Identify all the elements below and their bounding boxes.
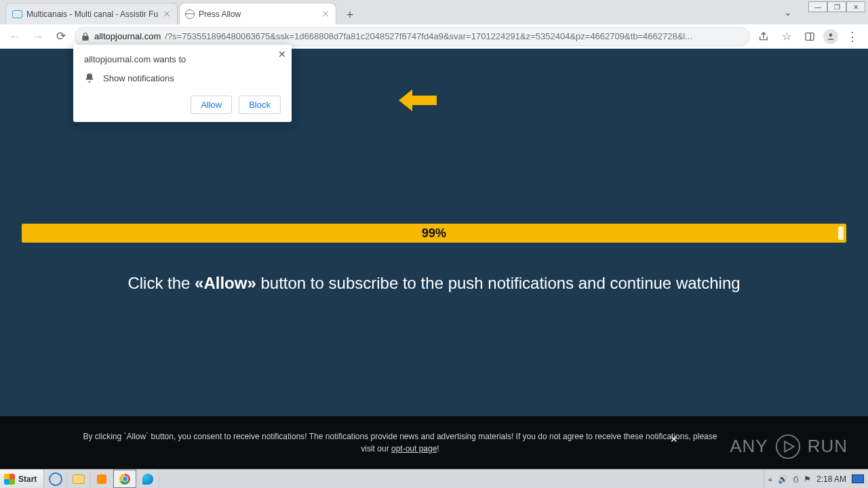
side-panel-button[interactable] (800, 27, 819, 46)
back-button[interactable]: ← (5, 27, 24, 46)
window-close-button[interactable]: ✕ (846, 1, 865, 12)
taskbar-ie-icon[interactable] (44, 470, 67, 488)
taskbar-explorer-icon[interactable] (67, 470, 90, 488)
forward-button[interactable]: → (28, 27, 47, 46)
url-path: /?s=753551896480063675&ssk=1d668808d7fa8… (165, 31, 744, 41)
prompt-pre: Click the (127, 274, 195, 292)
tab-1-title: Multicanais - Multi canal - Assistir Fu (26, 9, 158, 19)
progress-bar: 99% (22, 224, 846, 243)
taskbar-media-icon[interactable] (90, 470, 113, 488)
svg-rect-0 (806, 33, 814, 40)
tray-expand-icon[interactable]: « (768, 475, 772, 483)
prompt-text: Click the «Allow» button to subscribe to… (22, 274, 846, 293)
taskbar-pinned (44, 470, 159, 488)
svg-point-2 (829, 33, 833, 37)
prompt-post: button to subscribe to the push notifica… (256, 274, 741, 292)
start-label: Start (18, 474, 37, 484)
share-button[interactable] (754, 27, 773, 46)
play-icon (775, 434, 801, 460)
tab-2[interactable]: Press Allow (179, 3, 336, 24)
bell-icon (84, 73, 95, 83)
bookmark-button[interactable]: ☆ (777, 27, 796, 46)
window-buttons: — ❐ ✕ (808, 1, 865, 12)
address-bar[interactable]: alltopjournal.com /?s=753551896480063675… (75, 27, 750, 46)
url-host: alltopjournal.com (94, 31, 161, 41)
tray-clock[interactable]: 2:18 AM (816, 474, 846, 484)
notification-permission-dialog: ✕ alltopjournal.com wants to Show notifi… (73, 45, 292, 122)
consent-close-icon[interactable]: ✕ (670, 432, 678, 447)
reload-button[interactable]: ⟳ (52, 27, 71, 46)
taskbar: Start « 🔊 ⎙ ⚑ 2:18 AM (0, 469, 868, 488)
progress-container: 99% Click the «Allow» button to subscrib… (22, 224, 846, 293)
tabs-dropdown-icon[interactable]: ⌄ (784, 7, 792, 18)
menu-button[interactable]: ⋮ (842, 29, 863, 44)
prompt-allow: «Allow» (195, 274, 256, 292)
tray-monitor-icon[interactable] (852, 474, 864, 483)
new-tab-button[interactable]: + (340, 5, 359, 24)
pointing-arrow-icon (399, 89, 437, 111)
allow-button[interactable]: Allow (191, 96, 232, 114)
start-button[interactable]: Start (0, 470, 44, 488)
tab-1-favicon (12, 9, 22, 20)
tab-2-favicon (185, 9, 195, 19)
svg-point-3 (776, 434, 800, 458)
watermark-a: ANY (730, 433, 768, 460)
watermark-b: RUN (808, 433, 848, 460)
permission-close-icon[interactable]: ✕ (278, 49, 286, 60)
taskbar-edge-icon[interactable] (136, 470, 159, 488)
block-button[interactable]: Block (239, 96, 281, 114)
tray-flag-icon[interactable]: ⚑ (804, 474, 811, 484)
tab-1-close-icon[interactable] (162, 9, 172, 19)
lock-icon (81, 32, 90, 41)
tab-1[interactable]: Multicanais - Multi canal - Assistir Fu (5, 3, 178, 24)
progress-value: 99% (422, 226, 446, 241)
window-minimize-button[interactable]: — (808, 1, 827, 12)
windows-logo-icon (4, 474, 15, 485)
permission-origin: alltopjournal.com wants to (84, 54, 281, 64)
opt-out-link[interactable]: opt-out page (391, 444, 437, 453)
system-tray: « 🔊 ⎙ ⚑ 2:18 AM (764, 470, 868, 488)
watermark: ANY RUN (730, 433, 848, 460)
consent-excl: ! (437, 444, 439, 453)
profile-button[interactable] (823, 29, 838, 44)
tab-2-title: Press Allow (199, 9, 317, 19)
tray-usb-icon[interactable]: ⎙ (793, 474, 798, 484)
permission-label: Show notifications (103, 73, 174, 83)
tray-sound-icon[interactable]: 🔊 (778, 474, 788, 484)
tab-strip: Multicanais - Multi canal - Assistir Fu … (0, 0, 868, 24)
window-maximize-button[interactable]: ❐ (827, 1, 846, 12)
tab-2-close-icon[interactable] (321, 9, 330, 19)
consent-banner: By clicking `Allow` button, you consent … (0, 416, 868, 469)
taskbar-chrome-icon[interactable] (113, 470, 136, 488)
